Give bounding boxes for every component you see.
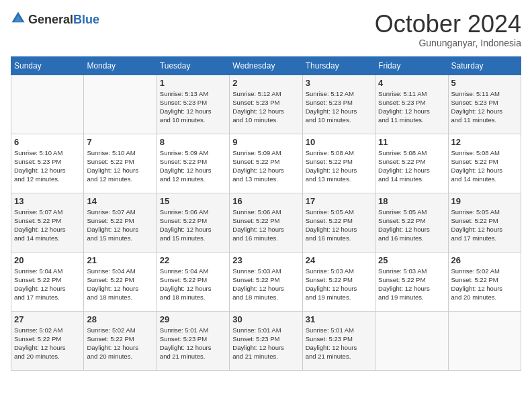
day-info: Sunrise: 5:08 AM Sunset: 5:22 PM Dayligh…	[306, 148, 372, 184]
day-number: 6	[14, 137, 81, 147]
logo-text-blue: Blue	[73, 13, 99, 26]
calendar-cell: 21Sunrise: 5:04 AM Sunset: 5:22 PM Dayli…	[84, 252, 157, 311]
calendar-cell	[84, 75, 157, 134]
day-number: 21	[87, 255, 153, 265]
day-number: 16	[232, 196, 299, 206]
calendar-cell: 31Sunrise: 5:01 AM Sunset: 5:23 PM Dayli…	[302, 311, 375, 370]
day-number: 7	[87, 137, 153, 147]
day-number: 31	[306, 314, 372, 324]
calendar-week-row: 20Sunrise: 5:04 AM Sunset: 5:22 PM Dayli…	[11, 252, 521, 311]
day-number: 4	[378, 78, 445, 88]
calendar-cell: 13Sunrise: 5:07 AM Sunset: 5:22 PM Dayli…	[11, 193, 84, 252]
day-number: 9	[232, 137, 299, 147]
logo-icon	[11, 11, 26, 26]
day-header-thursday: Thursday	[302, 56, 375, 75]
day-info: Sunrise: 5:11 AM Sunset: 5:23 PM Dayligh…	[378, 89, 445, 125]
day-info: Sunrise: 5:05 AM Sunset: 5:22 PM Dayligh…	[306, 208, 372, 243]
calendar-cell: 20Sunrise: 5:04 AM Sunset: 5:22 PM Dayli…	[11, 252, 84, 311]
calendar-cell: 29Sunrise: 5:01 AM Sunset: 5:23 PM Dayli…	[157, 311, 229, 370]
calendar-cell: 9Sunrise: 5:09 AM Sunset: 5:22 PM Daylig…	[230, 134, 302, 193]
calendar-cell: 17Sunrise: 5:05 AM Sunset: 5:22 PM Dayli…	[302, 193, 375, 252]
day-number: 23	[232, 255, 299, 265]
calendar-cell: 2Sunrise: 5:12 AM Sunset: 5:23 PM Daylig…	[230, 75, 302, 134]
day-number: 1	[160, 78, 226, 88]
calendar-cell: 18Sunrise: 5:05 AM Sunset: 5:22 PM Dayli…	[375, 193, 448, 252]
calendar-cell: 22Sunrise: 5:04 AM Sunset: 5:22 PM Dayli…	[157, 252, 229, 311]
day-info: Sunrise: 5:04 AM Sunset: 5:22 PM Dayligh…	[87, 267, 153, 302]
calendar-week-row: 13Sunrise: 5:07 AM Sunset: 5:22 PM Dayli…	[11, 193, 521, 252]
day-number: 12	[451, 137, 518, 147]
calendar-body: 1Sunrise: 5:13 AM Sunset: 5:23 PM Daylig…	[11, 75, 521, 370]
calendar-cell: 28Sunrise: 5:02 AM Sunset: 5:22 PM Dayli…	[84, 311, 157, 370]
logo: General Blue	[11, 11, 99, 28]
day-header-wednesday: Wednesday	[230, 56, 302, 75]
calendar-cell: 27Sunrise: 5:02 AM Sunset: 5:22 PM Dayli…	[11, 311, 84, 370]
day-number: 14	[87, 196, 153, 206]
day-number: 30	[232, 314, 299, 324]
day-info: Sunrise: 5:06 AM Sunset: 5:22 PM Dayligh…	[232, 208, 299, 243]
day-info: Sunrise: 5:02 AM Sunset: 5:22 PM Dayligh…	[451, 267, 518, 302]
day-info: Sunrise: 5:12 AM Sunset: 5:23 PM Dayligh…	[306, 89, 372, 125]
calendar-week-row: 1Sunrise: 5:13 AM Sunset: 5:23 PM Daylig…	[11, 75, 521, 134]
day-info: Sunrise: 5:03 AM Sunset: 5:22 PM Dayligh…	[232, 267, 299, 302]
day-info: Sunrise: 5:02 AM Sunset: 5:22 PM Dayligh…	[87, 326, 153, 361]
day-info: Sunrise: 5:11 AM Sunset: 5:23 PM Dayligh…	[451, 89, 518, 125]
calendar-week-row: 6Sunrise: 5:10 AM Sunset: 5:23 PM Daylig…	[11, 134, 521, 193]
day-info: Sunrise: 5:07 AM Sunset: 5:22 PM Dayligh…	[87, 208, 153, 243]
calendar-cell: 5Sunrise: 5:11 AM Sunset: 5:23 PM Daylig…	[448, 75, 521, 134]
calendar-cell: 26Sunrise: 5:02 AM Sunset: 5:22 PM Dayli…	[448, 252, 521, 311]
day-info: Sunrise: 5:09 AM Sunset: 5:22 PM Dayligh…	[160, 148, 226, 184]
day-number: 20	[14, 255, 81, 265]
title-block: October 2024 Gununganyar, Indonesia	[375, 11, 521, 48]
day-info: Sunrise: 5:03 AM Sunset: 5:22 PM Dayligh…	[306, 267, 372, 302]
calendar-cell: 16Sunrise: 5:06 AM Sunset: 5:22 PM Dayli…	[230, 193, 302, 252]
calendar-cell: 15Sunrise: 5:06 AM Sunset: 5:22 PM Dayli…	[157, 193, 229, 252]
calendar-cell	[11, 75, 84, 134]
calendar-table: SundayMondayTuesdayWednesdayThursdayFrid…	[11, 56, 521, 371]
calendar-cell: 25Sunrise: 5:03 AM Sunset: 5:22 PM Dayli…	[375, 252, 448, 311]
day-info: Sunrise: 5:10 AM Sunset: 5:22 PM Dayligh…	[87, 148, 153, 184]
day-number: 13	[14, 196, 81, 206]
day-number: 24	[306, 255, 372, 265]
day-number: 18	[378, 196, 445, 206]
day-number: 8	[160, 137, 226, 147]
month-title: October 2024	[375, 11, 521, 38]
day-number: 29	[160, 314, 226, 324]
day-number: 2	[232, 78, 299, 88]
day-number: 22	[160, 255, 226, 265]
calendar-cell: 10Sunrise: 5:08 AM Sunset: 5:22 PM Dayli…	[302, 134, 375, 193]
day-number: 17	[306, 196, 372, 206]
day-info: Sunrise: 5:01 AM Sunset: 5:23 PM Dayligh…	[306, 326, 372, 361]
day-header-friday: Friday	[375, 56, 448, 75]
day-info: Sunrise: 5:04 AM Sunset: 5:22 PM Dayligh…	[14, 267, 81, 302]
day-info: Sunrise: 5:08 AM Sunset: 5:22 PM Dayligh…	[451, 148, 518, 184]
calendar-header-row: SundayMondayTuesdayWednesdayThursdayFrid…	[11, 56, 521, 75]
calendar-cell: 1Sunrise: 5:13 AM Sunset: 5:23 PM Daylig…	[157, 75, 229, 134]
day-info: Sunrise: 5:09 AM Sunset: 5:22 PM Dayligh…	[232, 148, 299, 184]
day-info: Sunrise: 5:05 AM Sunset: 5:22 PM Dayligh…	[378, 208, 445, 243]
calendar-cell: 24Sunrise: 5:03 AM Sunset: 5:22 PM Dayli…	[302, 252, 375, 311]
day-info: Sunrise: 5:07 AM Sunset: 5:22 PM Dayligh…	[14, 208, 81, 243]
calendar-cell: 11Sunrise: 5:08 AM Sunset: 5:22 PM Dayli…	[375, 134, 448, 193]
calendar-cell	[448, 311, 521, 370]
calendar-cell: 19Sunrise: 5:05 AM Sunset: 5:22 PM Dayli…	[448, 193, 521, 252]
calendar-cell: 3Sunrise: 5:12 AM Sunset: 5:23 PM Daylig…	[302, 75, 375, 134]
calendar-cell: 12Sunrise: 5:08 AM Sunset: 5:22 PM Dayli…	[448, 134, 521, 193]
day-number: 19	[451, 196, 518, 206]
calendar-cell: 7Sunrise: 5:10 AM Sunset: 5:22 PM Daylig…	[84, 134, 157, 193]
day-info: Sunrise: 5:02 AM Sunset: 5:22 PM Dayligh…	[14, 326, 81, 361]
day-info: Sunrise: 5:08 AM Sunset: 5:22 PM Dayligh…	[378, 148, 445, 184]
day-header-monday: Monday	[84, 56, 157, 75]
day-number: 25	[378, 255, 445, 265]
day-info: Sunrise: 5:01 AM Sunset: 5:23 PM Dayligh…	[232, 326, 299, 361]
day-header-sunday: Sunday	[11, 56, 84, 75]
day-number: 28	[87, 314, 153, 324]
location-subtitle: Gununganyar, Indonesia	[375, 38, 521, 48]
day-info: Sunrise: 5:06 AM Sunset: 5:22 PM Dayligh…	[160, 208, 226, 243]
day-info: Sunrise: 5:01 AM Sunset: 5:23 PM Dayligh…	[160, 326, 226, 361]
day-number: 26	[451, 255, 518, 265]
day-number: 10	[306, 137, 372, 147]
calendar-cell: 8Sunrise: 5:09 AM Sunset: 5:22 PM Daylig…	[157, 134, 229, 193]
day-number: 11	[378, 137, 445, 147]
calendar-cell: 14Sunrise: 5:07 AM Sunset: 5:22 PM Dayli…	[84, 193, 157, 252]
